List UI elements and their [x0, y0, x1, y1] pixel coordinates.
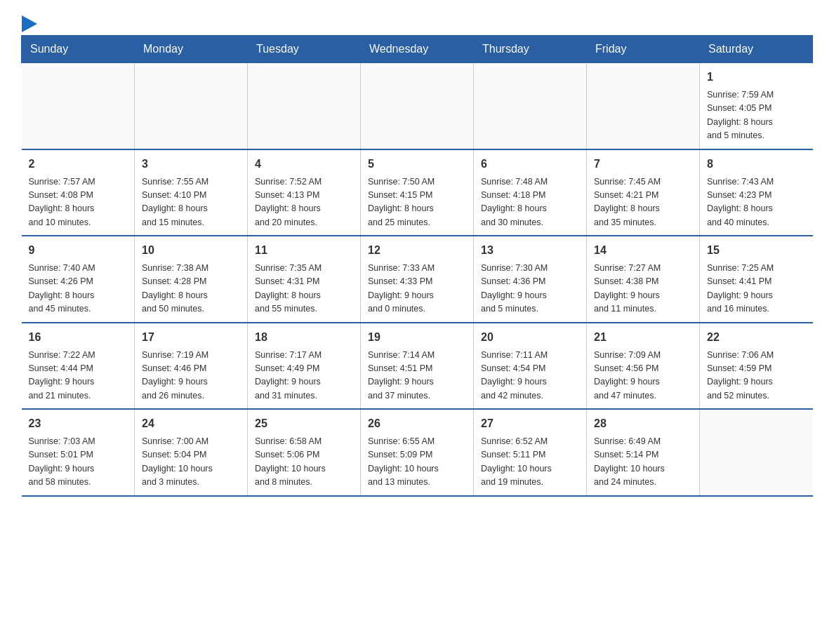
calendar-cell: 17Sunrise: 7:19 AMSunset: 4:46 PMDayligh…: [135, 323, 248, 410]
calendar-cell: 9Sunrise: 7:40 AMSunset: 4:26 PMDaylight…: [22, 236, 135, 323]
header-thursday: Thursday: [474, 36, 587, 63]
logo-arrow-icon: [22, 15, 37, 32]
day-info: Sunrise: 7:33 AMSunset: 4:33 PMDaylight:…: [368, 262, 466, 316]
calendar-cell: 10Sunrise: 7:38 AMSunset: 4:28 PMDayligh…: [135, 236, 248, 323]
day-number: 8: [707, 156, 806, 173]
day-number: 9: [29, 242, 128, 259]
day-number: 4: [255, 156, 353, 173]
week-row-2: 9Sunrise: 7:40 AMSunset: 4:26 PMDaylight…: [22, 236, 813, 323]
calendar-cell: 11Sunrise: 7:35 AMSunset: 4:31 PMDayligh…: [248, 236, 361, 323]
calendar-cell: 27Sunrise: 6:52 AMSunset: 5:11 PMDayligh…: [474, 409, 587, 496]
calendar-cell: 20Sunrise: 7:11 AMSunset: 4:54 PMDayligh…: [474, 323, 587, 410]
day-number: 24: [142, 415, 240, 432]
calendar-cell: 26Sunrise: 6:55 AMSunset: 5:09 PMDayligh…: [361, 409, 474, 496]
calendar-cell: 19Sunrise: 7:14 AMSunset: 4:51 PMDayligh…: [361, 323, 474, 410]
calendar-cell: 15Sunrise: 7:25 AMSunset: 4:41 PMDayligh…: [700, 236, 813, 323]
day-number: 21: [594, 329, 692, 346]
day-number: 18: [255, 329, 353, 346]
day-number: 1: [707, 69, 806, 86]
calendar-cell: 22Sunrise: 7:06 AMSunset: 4:59 PMDayligh…: [700, 323, 813, 410]
calendar-cell: [135, 63, 248, 149]
calendar-cell: 1Sunrise: 7:59 AMSunset: 4:05 PMDaylight…: [700, 63, 813, 149]
calendar-cell: 21Sunrise: 7:09 AMSunset: 4:56 PMDayligh…: [587, 323, 700, 410]
day-info: Sunrise: 7:11 AMSunset: 4:54 PMDaylight:…: [481, 349, 579, 403]
calendar-cell: 7Sunrise: 7:45 AMSunset: 4:21 PMDaylight…: [587, 149, 700, 236]
week-row-0: 1Sunrise: 7:59 AMSunset: 4:05 PMDaylight…: [22, 63, 813, 149]
day-info: Sunrise: 7:30 AMSunset: 4:36 PMDaylight:…: [481, 262, 579, 316]
calendar-cell: 12Sunrise: 7:33 AMSunset: 4:33 PMDayligh…: [361, 236, 474, 323]
week-row-4: 23Sunrise: 7:03 AMSunset: 5:01 PMDayligh…: [22, 409, 813, 496]
logo-text: [21, 14, 38, 32]
day-number: 28: [594, 415, 692, 432]
day-number: 27: [481, 415, 579, 432]
day-info: Sunrise: 7:48 AMSunset: 4:18 PMDaylight:…: [481, 175, 579, 230]
day-number: 12: [368, 242, 466, 259]
day-info: Sunrise: 7:03 AMSunset: 5:01 PMDaylight:…: [29, 435, 128, 490]
calendar-cell: [474, 63, 587, 149]
calendar-header-row: SundayMondayTuesdayWednesdayThursdayFrid…: [22, 36, 813, 63]
calendar-cell: 5Sunrise: 7:50 AMSunset: 4:15 PMDaylight…: [361, 149, 474, 236]
calendar-cell: [700, 409, 813, 496]
calendar-body: 1Sunrise: 7:59 AMSunset: 4:05 PMDaylight…: [22, 63, 813, 496]
day-info: Sunrise: 7:43 AMSunset: 4:23 PMDaylight:…: [707, 175, 806, 230]
calendar-cell: 6Sunrise: 7:48 AMSunset: 4:18 PMDaylight…: [474, 149, 587, 236]
calendar-cell: [248, 63, 361, 149]
calendar-cell: 8Sunrise: 7:43 AMSunset: 4:23 PMDaylight…: [700, 149, 813, 236]
day-info: Sunrise: 7:38 AMSunset: 4:28 PMDaylight:…: [142, 262, 240, 316]
week-row-3: 16Sunrise: 7:22 AMSunset: 4:44 PMDayligh…: [22, 323, 813, 410]
calendar-cell: [361, 63, 474, 149]
calendar-cell: 3Sunrise: 7:55 AMSunset: 4:10 PMDaylight…: [135, 149, 248, 236]
calendar-cell: 18Sunrise: 7:17 AMSunset: 4:49 PMDayligh…: [248, 323, 361, 410]
calendar-cell: 16Sunrise: 7:22 AMSunset: 4:44 PMDayligh…: [22, 323, 135, 410]
header-wednesday: Wednesday: [361, 36, 474, 63]
day-number: 3: [142, 156, 240, 173]
day-number: 23: [29, 415, 128, 432]
day-number: 26: [368, 415, 466, 432]
day-info: Sunrise: 7:09 AMSunset: 4:56 PMDaylight:…: [594, 349, 692, 403]
day-info: Sunrise: 7:55 AMSunset: 4:10 PMDaylight:…: [142, 175, 240, 230]
day-info: Sunrise: 6:55 AMSunset: 5:09 PMDaylight:…: [368, 435, 466, 490]
header-monday: Monday: [135, 36, 248, 63]
calendar-cell: 28Sunrise: 6:49 AMSunset: 5:14 PMDayligh…: [587, 409, 700, 496]
calendar-table: SundayMondayTuesdayWednesdayThursdayFrid…: [21, 35, 813, 497]
day-info: Sunrise: 7:14 AMSunset: 4:51 PMDaylight:…: [368, 349, 466, 403]
day-number: 22: [707, 329, 806, 346]
week-row-1: 2Sunrise: 7:57 AMSunset: 4:08 PMDaylight…: [22, 149, 813, 236]
calendar-cell: 23Sunrise: 7:03 AMSunset: 5:01 PMDayligh…: [22, 409, 135, 496]
day-number: 17: [142, 329, 240, 346]
day-info: Sunrise: 7:00 AMSunset: 5:04 PMDaylight:…: [142, 435, 240, 490]
calendar-cell: 25Sunrise: 6:58 AMSunset: 5:06 PMDayligh…: [248, 409, 361, 496]
day-info: Sunrise: 7:25 AMSunset: 4:41 PMDaylight:…: [707, 262, 806, 316]
calendar-cell: 2Sunrise: 7:57 AMSunset: 4:08 PMDaylight…: [22, 149, 135, 236]
day-info: Sunrise: 7:40 AMSunset: 4:26 PMDaylight:…: [29, 262, 128, 316]
day-info: Sunrise: 6:58 AMSunset: 5:06 PMDaylight:…: [255, 435, 353, 490]
calendar-header: SundayMondayTuesdayWednesdayThursdayFrid…: [22, 36, 813, 63]
day-info: Sunrise: 7:06 AMSunset: 4:59 PMDaylight:…: [707, 349, 806, 403]
day-number: 11: [255, 242, 353, 259]
day-number: 5: [368, 156, 466, 173]
calendar-cell: 24Sunrise: 7:00 AMSunset: 5:04 PMDayligh…: [135, 409, 248, 496]
day-number: 16: [29, 329, 128, 346]
calendar-cell: [587, 63, 700, 149]
header-saturday: Saturday: [700, 36, 813, 63]
day-info: Sunrise: 7:27 AMSunset: 4:38 PMDaylight:…: [594, 262, 692, 316]
day-info: Sunrise: 7:50 AMSunset: 4:15 PMDaylight:…: [368, 175, 466, 230]
day-number: 20: [481, 329, 579, 346]
calendar-cell: 4Sunrise: 7:52 AMSunset: 4:13 PMDaylight…: [248, 149, 361, 236]
calendar-cell: 14Sunrise: 7:27 AMSunset: 4:38 PMDayligh…: [587, 236, 700, 323]
day-info: Sunrise: 7:22 AMSunset: 4:44 PMDaylight:…: [29, 349, 128, 403]
calendar-cell: 13Sunrise: 7:30 AMSunset: 4:36 PMDayligh…: [474, 236, 587, 323]
day-info: Sunrise: 7:57 AMSunset: 4:08 PMDaylight:…: [29, 175, 128, 230]
day-info: Sunrise: 7:45 AMSunset: 4:21 PMDaylight:…: [594, 175, 692, 230]
day-number: 13: [481, 242, 579, 259]
day-info: Sunrise: 7:35 AMSunset: 4:31 PMDaylight:…: [255, 262, 353, 316]
day-number: 25: [255, 415, 353, 432]
svg-marker-0: [22, 15, 37, 32]
day-number: 6: [481, 156, 579, 173]
header-friday: Friday: [587, 36, 700, 63]
day-info: Sunrise: 7:19 AMSunset: 4:46 PMDaylight:…: [142, 349, 240, 403]
day-info: Sunrise: 7:59 AMSunset: 4:05 PMDaylight:…: [707, 88, 806, 143]
day-number: 10: [142, 242, 240, 259]
page-header: [21, 14, 813, 28]
day-info: Sunrise: 7:17 AMSunset: 4:49 PMDaylight:…: [255, 349, 353, 403]
